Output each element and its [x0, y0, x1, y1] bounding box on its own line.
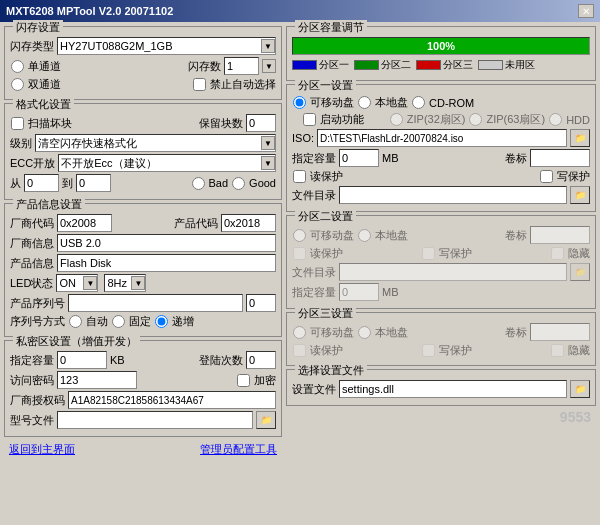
serial-auto-radio[interactable] — [69, 315, 82, 328]
flash-section-title: 闪存设置 — [13, 20, 63, 35]
p2-size-input[interactable] — [339, 283, 379, 301]
scan-bad-checkbox[interactable] — [11, 117, 24, 130]
capacity-progress[interactable]: 100% — [292, 37, 590, 55]
led-off-dropdown[interactable]: ▼ — [131, 276, 145, 290]
p1-zip63-radio[interactable] — [469, 113, 482, 126]
p1-dir-file-button[interactable]: 📁 — [570, 186, 590, 204]
admin-button[interactable]: 管理员配置工具 — [200, 442, 277, 457]
settings-file-input[interactable] — [339, 380, 567, 398]
password-input[interactable] — [57, 371, 137, 389]
to-input[interactable] — [76, 174, 111, 192]
partition2-title: 分区二设置 — [295, 209, 356, 224]
p1-iso-file-button[interactable]: 📁 — [570, 129, 590, 147]
model-file-button[interactable]: 📁 — [256, 411, 276, 429]
led-on-dropdown[interactable]: ▼ — [83, 276, 97, 290]
from-input[interactable] — [24, 174, 59, 192]
p1-read-protect-checkbox[interactable] — [293, 170, 306, 183]
auto-select-checkbox[interactable] — [193, 78, 206, 91]
vendor-code-label: 厂商代码 — [10, 216, 54, 231]
led-on-value: ON — [57, 277, 83, 289]
scan-bad-label: 扫描坏块 — [28, 116, 72, 131]
p1-zip32-label: ZIP(32扇区) — [407, 112, 466, 127]
p2-hidden-checkbox[interactable] — [551, 247, 564, 260]
flash-type-label: 闪存类型 — [10, 39, 54, 54]
p2-vol-label: 卷标 — [505, 228, 527, 243]
serial-num-input[interactable] — [246, 294, 276, 312]
led-label: LED状态 — [10, 276, 53, 291]
serial-label: 产品序列号 — [10, 296, 65, 311]
settings-file-section: 选择设置文件 设置文件 📁 — [286, 369, 596, 406]
bad-radio[interactable] — [192, 177, 205, 190]
p1-write-protect-checkbox[interactable] — [540, 170, 553, 183]
serial-increment-radio[interactable] — [155, 315, 168, 328]
p1-removable-label: 可移动盘 — [310, 95, 354, 110]
product-code-input[interactable] — [221, 214, 276, 232]
p3-vol-input[interactable] — [530, 323, 590, 341]
level-dropdown[interactable]: ▼ — [261, 136, 275, 150]
legend-unused-color — [478, 60, 503, 70]
level-label: 级别 — [10, 136, 32, 151]
private-size-input[interactable] — [57, 351, 107, 369]
reserved-label: 保留块数 — [199, 116, 243, 131]
p2-read-protect-checkbox[interactable] — [293, 247, 306, 260]
model-input[interactable] — [57, 411, 253, 429]
product-section: 产品信息设置 厂商代码 产品代码 厂商信息 产品信息 LED状态 ON ▼ — [4, 203, 282, 337]
p1-boot-checkbox[interactable] — [303, 113, 316, 126]
capacity-section: 分区容量调节 100% 分区一 分区二 分区三 — [286, 26, 596, 81]
dual-channel-radio[interactable] — [11, 78, 24, 91]
ecc-dropdown[interactable]: ▼ — [261, 156, 275, 170]
p3-write-protect-checkbox[interactable] — [422, 344, 435, 357]
p1-vol-input[interactable] — [530, 149, 590, 167]
p3-local-label: 本地盘 — [375, 325, 408, 340]
serial-method-label: 序列号方式 — [10, 314, 65, 329]
dual-channel-label: 双通道 — [28, 77, 61, 92]
p1-cdrom-radio[interactable] — [412, 96, 425, 109]
p2-local-radio[interactable] — [358, 229, 371, 242]
serial-fixed-radio[interactable] — [112, 315, 125, 328]
serial-input[interactable] — [68, 294, 243, 312]
left-panel: 闪存设置 闪存类型 HY27UT088G2M_1GB ▼ 单通道 闪存数 ▼ 双… — [4, 26, 282, 521]
close-button[interactable]: ✕ — [578, 4, 594, 18]
p2-dir-input[interactable] — [339, 263, 567, 281]
auto-select-label: 禁止自动选择 — [210, 77, 276, 92]
p3-read-protect-checkbox[interactable] — [293, 344, 306, 357]
reserved-input[interactable] — [246, 114, 276, 132]
back-button[interactable]: 返回到主界面 — [9, 442, 75, 457]
encrypt-checkbox[interactable] — [237, 374, 250, 387]
p3-removable-radio[interactable] — [293, 326, 306, 339]
flash-section: 闪存设置 闪存类型 HY27UT088G2M_1GB ▼ 单通道 闪存数 ▼ 双… — [4, 26, 282, 100]
p1-local-radio[interactable] — [358, 96, 371, 109]
format-section: 格式化设置 扫描坏块 保留块数 级别 清空闪存快速格式化 ▼ ECC开放 不开放… — [4, 103, 282, 200]
flash-count-dropdown[interactable]: ▼ — [262, 59, 276, 73]
p1-hdd-radio[interactable] — [549, 113, 562, 126]
bottom-bar: 返回到主界面 管理员配置工具 — [4, 440, 282, 459]
flash-count-label: 闪存数 — [188, 59, 221, 74]
single-channel-radio[interactable] — [11, 60, 24, 73]
access-count-input[interactable] — [246, 351, 276, 369]
p2-removable-radio[interactable] — [293, 229, 306, 242]
single-channel-label: 单通道 — [28, 59, 61, 74]
level-value: 清空闪存快速格式化 — [36, 136, 261, 151]
product-info-input[interactable] — [57, 254, 276, 272]
p2-write-protect-checkbox[interactable] — [422, 247, 435, 260]
partition3-title: 分区三设置 — [295, 306, 356, 321]
p3-hidden-checkbox[interactable] — [551, 344, 564, 357]
good-radio[interactable] — [232, 177, 245, 190]
settings-file-button[interactable]: 📁 — [570, 380, 590, 398]
p1-iso-label: ISO: — [292, 132, 314, 144]
vendor-code-input[interactable] — [57, 214, 112, 232]
p3-local-radio[interactable] — [358, 326, 371, 339]
p1-dir-input[interactable] — [339, 186, 567, 204]
p1-size-input[interactable] — [339, 149, 379, 167]
auth-input[interactable] — [68, 391, 276, 409]
legend-p2-label: 分区二 — [381, 58, 411, 72]
p1-iso-input[interactable] — [317, 129, 567, 147]
flash-count-input[interactable] — [224, 57, 259, 75]
p2-vol-input[interactable] — [530, 226, 590, 244]
p1-zip32-radio[interactable] — [390, 113, 403, 126]
p1-removable-radio[interactable] — [293, 96, 306, 109]
vendor-info-input[interactable] — [57, 234, 276, 252]
p1-hdd-label: HDD — [566, 114, 590, 126]
p2-dir-file-button[interactable]: 📁 — [570, 263, 590, 281]
flash-type-dropdown[interactable]: ▼ — [261, 39, 275, 53]
